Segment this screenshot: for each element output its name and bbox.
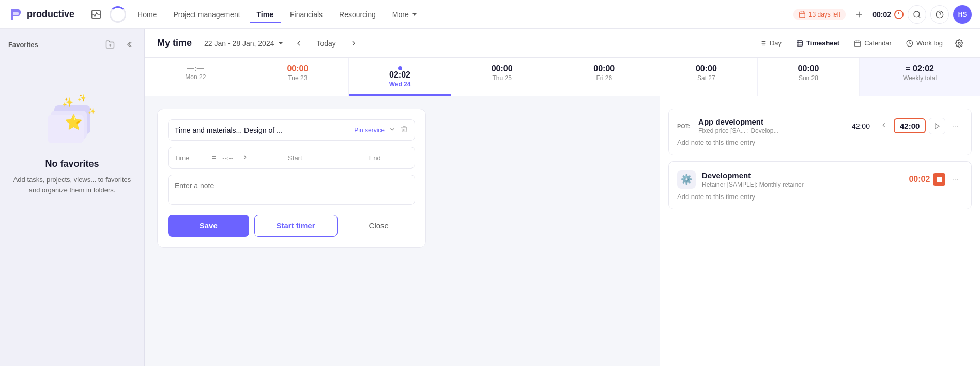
end-label: End (342, 154, 408, 162)
logo[interactable]: productive (8, 7, 74, 22)
delete-entry-icon[interactable] (400, 125, 408, 135)
entry-info-1: App development Fixed price [SA... : Dev… (698, 117, 841, 134)
entry-card-header-2: ⚙️ Development Retainer [SAMPLE]: Monthl… (677, 170, 963, 189)
svg-point-20 (958, 42, 960, 44)
svg-point-2 (914, 11, 920, 17)
prev-week-btn[interactable] (292, 36, 306, 51)
add-folder-btn[interactable] (103, 37, 117, 52)
no-favorites-title: No favorites (45, 159, 99, 170)
entry-time-input-1[interactable]: 42:00 (848, 120, 874, 132)
svg-marker-21 (935, 123, 939, 129)
trial-badge[interactable]: 13 days left (793, 9, 846, 20)
day-time-tue: 00:00 (251, 64, 345, 73)
sidebar: Favorites ⭐ ✨ ✨ ✨ No favorites (0, 29, 145, 366)
settings-btn[interactable] (951, 35, 968, 52)
date-range-selector[interactable]: 22 Jan - 28 Jan, 2024 (200, 37, 287, 50)
day-label-fri: Fri 26 (557, 74, 651, 82)
today-btn[interactable]: Today (310, 37, 342, 50)
nav-right: 13 days left 00:02 HS (793, 5, 972, 24)
save-button[interactable]: Save (168, 215, 249, 237)
time-entry-form: Time and materials... Design of ... Pin … (157, 109, 426, 248)
time-arrow-btn[interactable] (241, 154, 249, 162)
top-nav: productive Home Project management Time … (0, 0, 980, 29)
nav-project-management[interactable]: Project management (166, 6, 247, 23)
timer-icon (894, 10, 904, 19)
back-arrow-btn-1[interactable] (877, 119, 891, 133)
close-button[interactable]: Close (343, 215, 416, 237)
day-time-mon: —:— (149, 64, 242, 72)
nav-links: Home Project management Time Financials … (130, 6, 789, 23)
svg-text:✨: ✨ (88, 107, 96, 115)
day-label-sun: Sun 28 (762, 74, 855, 82)
main-panels: Time and materials... Design of ... Pin … (145, 96, 980, 366)
day-time-sun: 00:00 (762, 64, 855, 73)
day-label-sat: Sat 27 (660, 74, 753, 82)
stop-btn-2[interactable] (933, 173, 945, 186)
time-value: --:-- (222, 154, 233, 162)
day-col-tue[interactable]: 00:00 Tue 23 (247, 58, 349, 96)
svg-text:✨: ✨ (62, 97, 74, 108)
work-log-view-btn[interactable]: Work log (900, 36, 949, 50)
entry-card-header-1: POT: App development Fixed price [SA... … (677, 117, 963, 134)
help-btn[interactable] (930, 5, 949, 24)
day-time-sat: 00:00 (660, 64, 753, 73)
user-avatar[interactable]: HS (953, 5, 972, 24)
time-equals: = (212, 154, 216, 162)
sidebar-actions (103, 37, 136, 52)
svg-rect-17 (797, 40, 803, 46)
collapse-sidebar-btn[interactable] (121, 37, 136, 52)
svg-text:✨: ✨ (78, 94, 87, 102)
day-col-wed[interactable]: 02:02 Wed 24 (349, 58, 451, 96)
dropdown-icon (389, 126, 396, 134)
day-label-mon: Mon 22 (149, 73, 242, 81)
inbox-icon[interactable] (87, 5, 105, 24)
main-layout: Favorites ⭐ ✨ ✨ ✨ No favorites (0, 29, 980, 366)
entry-subtitle-1: Fixed price [SA... : Develop... (698, 127, 841, 134)
entry-project-icon-2: ⚙️ (677, 170, 696, 189)
content-header: My time 22 Jan - 28 Jan, 2024 Today Day (145, 29, 980, 58)
timesheet-view-btn[interactable]: Timesheet (790, 36, 846, 50)
calendar-view-btn[interactable]: Calendar (848, 36, 898, 50)
time-separator-2 (335, 152, 335, 163)
form-buttons: Save Start timer Close (168, 215, 415, 237)
nav-more[interactable]: More (385, 6, 424, 23)
nav-time[interactable]: Time (250, 6, 281, 23)
note-input[interactable] (168, 175, 415, 205)
day-label-wed: Wed 24 (353, 81, 447, 88)
weekly-total-value: = 02:02 (864, 64, 976, 73)
day-col-mon[interactable]: —:— Mon 22 (145, 58, 247, 96)
start-timer-button[interactable]: Start timer (254, 215, 338, 237)
service-selector[interactable]: Time and materials... Design of ... Pin … (168, 119, 415, 141)
svg-text:⭐: ⭐ (64, 114, 82, 131)
weekly-total-col: = 02:02 Weekly total (860, 58, 980, 96)
entry-time-box-1[interactable]: 42:00 (894, 118, 926, 133)
entry-subtitle-2: Retainer [SAMPLE]: Monthly retainer (702, 181, 902, 188)
more-btn-2[interactable]: ··· (948, 173, 963, 186)
next-week-btn[interactable] (346, 36, 361, 51)
day-col-sat[interactable]: 00:00 Sat 27 (655, 58, 758, 96)
weekly-total-label: Weekly total (864, 74, 976, 82)
pin-service-btn[interactable]: Pin service (354, 127, 385, 134)
active-indicator (398, 66, 402, 70)
more-btn-1[interactable]: ··· (948, 120, 963, 132)
entry-time-controls-1: 42:00 42:00 ··· (848, 118, 963, 134)
search-btn[interactable] (908, 5, 926, 24)
entry-timer-2: 00:02 (909, 175, 930, 184)
play-btn-1[interactable] (929, 118, 945, 134)
day-col-fri[interactable]: 00:00 Fri 26 (553, 58, 655, 96)
day-col-thu[interactable]: 00:00 Thu 25 (451, 58, 554, 96)
sidebar-header: Favorites (8, 37, 136, 52)
nav-resourcing[interactable]: Resourcing (332, 6, 383, 23)
day-col-sun[interactable]: 00:00 Sun 28 (758, 58, 860, 96)
day-view-btn[interactable]: Day (753, 36, 788, 50)
add-icon[interactable] (850, 5, 868, 24)
date-chevron-icon (278, 42, 283, 44)
loading-spinner (110, 6, 126, 23)
nav-financials[interactable]: Financials (283, 6, 330, 23)
right-panel: POT: App development Fixed price [SA... … (660, 96, 980, 366)
nav-home[interactable]: Home (130, 6, 164, 23)
entry-note-1: Add note to this time entry (677, 139, 963, 146)
time-row: Time = --:-- Start End (168, 147, 415, 169)
entry-project-1: App development (698, 117, 841, 126)
no-favorites-illustration: ⭐ ✨ ✨ ✨ (41, 85, 103, 148)
